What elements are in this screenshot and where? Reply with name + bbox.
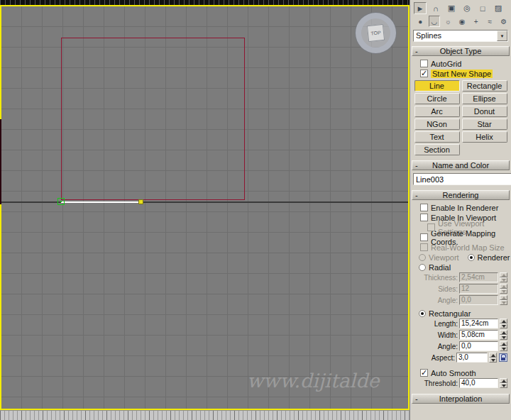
display-tab-icon[interactable]: □ xyxy=(476,2,489,14)
enable-in-viewport-checkbox[interactable] xyxy=(420,214,428,221)
ngon-button[interactable]: NGon xyxy=(414,118,460,130)
thickness-spinner xyxy=(500,272,507,282)
cameras-icon[interactable]: ◉ xyxy=(456,16,468,27)
real-world-map-size-checkbox xyxy=(420,243,428,251)
helpers-icon[interactable]: + xyxy=(470,16,482,27)
donut-button[interactable]: Donut xyxy=(462,106,507,117)
thickness-value: 2,54cm xyxy=(460,273,498,282)
rectangular-radio[interactable] xyxy=(419,310,426,317)
viewport-radio-group: Viewport xyxy=(419,253,459,262)
spline-rectangle-shape xyxy=(61,38,245,200)
rollout-collapse-icon: - xyxy=(415,47,418,55)
width-value: 5,08cm xyxy=(460,331,498,339)
rollout-interpolation-label: Interpolation xyxy=(439,394,483,403)
angle-rect-spinner[interactable] xyxy=(500,341,507,351)
renderer-radio-label: Renderer xyxy=(478,253,510,262)
utilities-tab-icon[interactable]: ▨ xyxy=(492,2,505,14)
aspect-field[interactable]: 3,0 xyxy=(456,353,488,363)
text-button[interactable]: Text xyxy=(414,131,460,143)
rectangular-radio-label: Rectangular xyxy=(429,309,471,318)
start-new-shape-checkbox[interactable] xyxy=(420,70,428,77)
space-warps-icon[interactable]: ≈ xyxy=(484,16,496,27)
section-button[interactable]: Section xyxy=(414,144,460,155)
viewport-top[interactable]: TOP www.dijitalde xyxy=(0,5,410,410)
hierarchy-tab-icon[interactable]: ▣ xyxy=(445,2,458,14)
enable-in-renderer-label: Enable In Renderer xyxy=(431,204,498,212)
view-rotation-gizmo-face[interactable]: TOP xyxy=(367,24,385,42)
rollout-name-and-color-label: Name and Color xyxy=(432,161,489,170)
length-field[interactable]: 15,24cm xyxy=(459,319,498,328)
auto-smooth-label: Auto Smooth xyxy=(431,369,476,377)
angle-rect-value: 0,0 xyxy=(460,342,498,350)
sides-value: 12 xyxy=(460,284,498,293)
width-label: Width: xyxy=(438,331,458,339)
renderer-radio[interactable] xyxy=(468,254,475,261)
shapes-icon[interactable]: ◡ xyxy=(429,16,441,27)
aspect-spinner[interactable] xyxy=(489,353,497,363)
rollout-object-type[interactable]: - Object Type xyxy=(412,46,510,56)
threshold-value: 40,0 xyxy=(460,379,498,387)
top-ruler xyxy=(0,0,410,5)
line-end-vertex-marker xyxy=(138,199,143,204)
radial-radio[interactable] xyxy=(419,264,426,271)
generate-mapping-coords-checkbox[interactable] xyxy=(420,233,428,241)
motion-tab-icon[interactable]: ◎ xyxy=(461,2,473,14)
command-panel-tabs: ► ∩ ▣ ◎ □ ▨ xyxy=(410,0,511,15)
aspect-value: 3,0 xyxy=(457,353,487,362)
length-spinner[interactable] xyxy=(500,319,507,328)
rollout-object-type-label: Object Type xyxy=(440,47,482,55)
rollout-rendering[interactable]: - Rendering xyxy=(412,190,510,200)
arc-button[interactable]: Arc xyxy=(414,106,460,117)
autogrid-checkbox[interactable] xyxy=(420,60,428,67)
autogrid-label: AutoGrid xyxy=(431,60,461,68)
modify-tab-icon[interactable]: ∩ xyxy=(429,2,442,14)
thickness-label: Thickness: xyxy=(424,274,458,282)
threshold-field[interactable]: 40,0 xyxy=(459,378,498,388)
width-field[interactable]: 5,08cm xyxy=(459,330,498,340)
create-tab-icon[interactable]: ► xyxy=(414,2,427,14)
rollout-collapse-icon: - xyxy=(415,161,418,170)
aspect-lock-icon[interactable] xyxy=(499,353,507,362)
line-button[interactable]: Line xyxy=(414,80,460,92)
command-panel: ► ∩ ▣ ◎ □ ▨ ● ◡ ☼ ◉ + ≈ ⚙ Splines ▼ - Ob… xyxy=(410,0,511,420)
rollout-collapse-icon: - xyxy=(415,191,418,199)
object-type-buttons: Line Rectangle Circle Ellipse Arc Donut … xyxy=(410,80,511,155)
auto-smooth-checkbox[interactable] xyxy=(420,369,428,377)
star-button[interactable]: Star xyxy=(462,118,507,130)
track-bar-ruler[interactable] xyxy=(0,410,410,420)
threshold-spinner[interactable] xyxy=(500,378,507,388)
object-name-input[interactable] xyxy=(413,173,511,185)
partial-shape-edge xyxy=(0,119,1,204)
rectangle-button[interactable]: Rectangle xyxy=(462,80,507,92)
view-rotation-gizmo[interactable]: TOP xyxy=(356,13,396,53)
width-spinner[interactable] xyxy=(500,330,507,340)
rollout-interpolation[interactable]: - Interpolation xyxy=(412,394,510,404)
angle-radial-value: 0,0 xyxy=(460,296,498,304)
rollout-collapse-icon: - xyxy=(415,394,418,403)
rollout-name-and-color[interactable]: - Name and Color xyxy=(412,160,510,170)
systems-icon[interactable]: ⚙ xyxy=(498,16,510,27)
angle-rect-label: Angle: xyxy=(438,343,458,350)
viewport-radio-label: Viewport xyxy=(429,253,459,262)
ellipse-button[interactable]: Ellipse xyxy=(462,93,507,104)
aspect-label: Aspect: xyxy=(432,354,455,362)
angle-rect-field[interactable]: 0,0 xyxy=(459,341,498,351)
shape-type-dropdown-value: Splines xyxy=(414,31,497,41)
geometry-icon[interactable]: ● xyxy=(414,16,427,27)
threshold-label: Threshold: xyxy=(424,380,458,387)
radial-radio-label: Radial xyxy=(429,263,451,272)
chevron-down-icon[interactable]: ▼ xyxy=(497,31,507,41)
circle-button[interactable]: Circle xyxy=(414,93,460,104)
create-category-icons: ● ◡ ☼ ◉ + ≈ ⚙ xyxy=(410,15,511,28)
sides-label: Sides: xyxy=(438,285,458,293)
start-new-shape-label: Start New Shape xyxy=(431,70,493,78)
shape-type-dropdown[interactable]: Splines ▼ xyxy=(413,30,508,42)
thickness-field: 2,54cm xyxy=(459,272,498,282)
use-viewport-settings-checkbox xyxy=(427,223,435,231)
real-world-map-size-label: Real-World Map Size xyxy=(431,243,505,252)
lights-icon[interactable]: ☼ xyxy=(442,16,454,27)
helix-button[interactable]: Helix xyxy=(462,131,507,143)
viewport-radio xyxy=(419,254,426,261)
enable-in-renderer-checkbox[interactable] xyxy=(420,204,428,211)
line-in-progress xyxy=(61,201,142,203)
